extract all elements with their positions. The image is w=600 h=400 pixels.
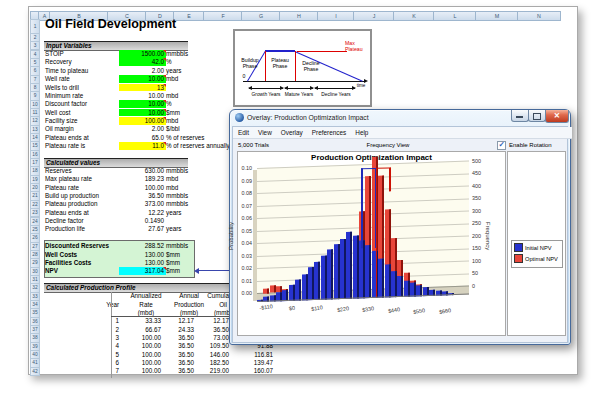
sheet-title: Oil Field Development xyxy=(45,20,176,28)
y-axis-tick-label: 0.07 xyxy=(238,203,252,209)
cell-label: Minimum rate xyxy=(45,92,83,100)
legend-swatch-icon xyxy=(514,243,523,252)
table-cell: 219.00 xyxy=(193,367,229,375)
cell-label: Wells to drill xyxy=(45,84,79,92)
table-cell: 4 xyxy=(83,342,119,350)
chart-area: Production Optimization Impact 0.0000.01… xyxy=(237,151,506,336)
enable-rotation-checkbox[interactable]: ✓ xyxy=(497,141,506,150)
cell-value[interactable]: 10.00 xyxy=(119,100,166,108)
cell-unit: $mm xyxy=(166,109,180,117)
cell-value[interactable]: 13 xyxy=(119,84,166,92)
column-header[interactable]: N xyxy=(517,11,561,21)
growth-years-label: Growth Years xyxy=(249,92,283,97)
cell-value: 130.00 xyxy=(119,259,166,267)
column-header[interactable]: J xyxy=(353,11,395,21)
cell-label: Plateau ends at xyxy=(45,134,89,142)
window-icon xyxy=(235,113,244,122)
column-header[interactable]: K xyxy=(393,11,435,21)
y-axis-tick-label: 0 xyxy=(472,283,486,289)
menu-item-help[interactable]: Help xyxy=(355,127,368,138)
table-cell: 36.50 xyxy=(158,351,194,359)
cell-label: Facility size xyxy=(45,117,78,125)
column-header[interactable]: E xyxy=(173,11,205,21)
probability-axis-label: Probability xyxy=(227,222,235,250)
cell-value[interactable]: 100.00 xyxy=(119,117,166,125)
max-plateau-label: Max Plateau xyxy=(345,41,370,52)
y-axis-tick-label: 50 xyxy=(472,270,486,276)
table-cell: 100.00 xyxy=(125,351,161,359)
cell-value[interactable]: 11.0 xyxy=(119,142,166,150)
row-number[interactable]: 42 xyxy=(30,367,40,376)
row-number[interactable]: 1 xyxy=(30,19,40,34)
cell-label: Plateau rate xyxy=(45,184,79,192)
cell-value: 27.67 xyxy=(119,225,166,233)
cell-label: Production life xyxy=(45,225,85,233)
window-title: Overlay: Production Optimization Impact xyxy=(247,114,369,122)
table-cell: 36.50 xyxy=(158,359,194,367)
cell-value[interactable]: 317.04 xyxy=(119,267,166,275)
table-col-header: Rate xyxy=(124,301,168,309)
cell-unit: mbd xyxy=(166,184,178,192)
overlay-window: Overlay: Production Optimization Impact … xyxy=(229,109,571,345)
phase-divider-line xyxy=(295,51,296,81)
close-button[interactable]: ✕ xyxy=(545,110,569,123)
column-header[interactable]: H xyxy=(279,11,319,21)
cell-unit: mbd xyxy=(166,175,178,183)
column-header[interactable]: M xyxy=(475,11,519,21)
table-cell: 5 xyxy=(83,351,119,359)
y-axis-tick-label: 350 xyxy=(472,195,486,201)
cell-label: Plateau rate is xyxy=(45,142,85,150)
minimize-icon xyxy=(516,116,523,118)
cell-value[interactable]: 10.00 xyxy=(119,75,166,83)
chart-axes: 0.0000.01500.021000.031500.042000.052500… xyxy=(238,152,505,335)
table-cell: 160.07 xyxy=(237,367,273,375)
cell-label: Plateau production xyxy=(45,200,98,208)
y-axis-tick-label: 400 xyxy=(472,183,486,189)
cell-label: Well cost xyxy=(45,109,70,117)
cell-value: 10.00 xyxy=(119,92,166,100)
x-axis-label: $660 xyxy=(430,306,461,317)
column-header[interactable]: L xyxy=(433,11,477,21)
column-header[interactable]: G xyxy=(241,11,281,21)
buildup-phase-label: Buildup Phase xyxy=(237,58,263,69)
menu-item-view[interactable]: View xyxy=(258,127,272,138)
cell-label: Max plateau rate xyxy=(45,175,92,183)
table-cell: 100.00 xyxy=(125,342,161,350)
table-col-header: Annualized xyxy=(124,292,168,300)
cell-label: NPV xyxy=(45,267,58,275)
phase-divider-line xyxy=(265,51,266,81)
cell-label: Discount factor xyxy=(45,100,87,108)
overlay-content: EditViewOverlayPreferencesHelp 5,000 Tri… xyxy=(232,126,568,343)
cell-value: 189.23 xyxy=(119,175,166,183)
table-cell: 36.50 xyxy=(158,367,194,375)
cell-unit: mmbbls xyxy=(166,200,188,208)
cell-label: STOIP xyxy=(45,50,64,58)
frequency-axis-label: Frequency xyxy=(484,222,492,250)
table-cell: 1 xyxy=(83,317,119,325)
column-header[interactable]: I xyxy=(317,11,355,21)
cell-value: 2.00 xyxy=(119,125,166,133)
cell-unit: % of reserves xyxy=(166,134,205,142)
cell-label: Well Costs xyxy=(45,251,77,259)
decline-years-span-arrow xyxy=(315,88,355,89)
menu-item-preferences[interactable]: Preferences xyxy=(312,127,346,138)
growth-years-span-arrow xyxy=(249,88,283,89)
cell-value[interactable]: 10.00 xyxy=(119,109,166,117)
y-axis-tick-label: 0.05 xyxy=(238,228,252,234)
cell-unit: years xyxy=(166,225,181,233)
minimize-button[interactable] xyxy=(511,110,529,122)
table-cell: 100.00 xyxy=(125,359,161,367)
y-axis-tick-label: 0.03 xyxy=(238,253,252,259)
menu-item-edit[interactable]: Edit xyxy=(238,127,249,138)
cell-value[interactable]: 1500.00 xyxy=(119,50,166,58)
cell-value[interactable]: 42.0 xyxy=(119,58,166,66)
table-cell: 66.67 xyxy=(125,326,161,334)
menu-item-overlay[interactable]: Overlay xyxy=(281,127,303,138)
column-header[interactable]: F xyxy=(203,11,243,21)
menu-bar: EditViewOverlayPreferencesHelp xyxy=(233,127,572,139)
cell-unit: mmbbls xyxy=(166,242,188,250)
table-cell: 36.50 xyxy=(193,326,229,334)
legend-box: Initial NPVOptimal NPV xyxy=(511,240,563,268)
table-cell: 12.17 xyxy=(158,317,194,325)
maximize-button[interactable] xyxy=(528,110,546,122)
